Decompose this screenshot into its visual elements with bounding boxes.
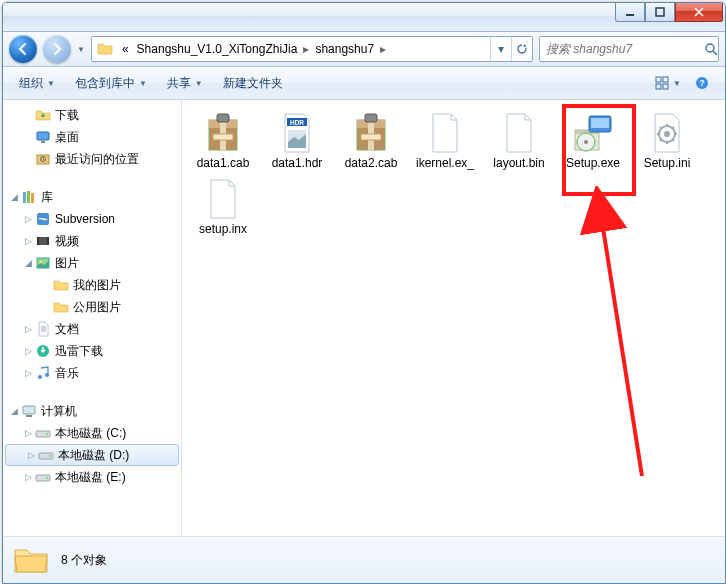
expand-icon[interactable]: ▷ <box>24 450 38 460</box>
chevron-right-icon[interactable]: ▸ <box>301 42 311 56</box>
hdr-file-icon: HDR <box>277 112 317 154</box>
sidebar-item-desktop[interactable]: 桌面 <box>3 126 181 148</box>
svg-point-54 <box>664 131 670 137</box>
refresh-button[interactable] <box>511 37 532 61</box>
sidebar-item-label: 图片 <box>55 255 79 272</box>
view-options-button[interactable]: ▼ <box>653 71 683 95</box>
sidebar-item-label: Subversion <box>55 212 115 226</box>
sidebar-item-libraries[interactable]: ◢ 库 <box>3 186 181 208</box>
sidebar-item-drive-c[interactable]: ▷ 本地磁盘 (C:) <box>3 422 181 444</box>
maximize-button[interactable] <box>645 3 675 22</box>
file-item[interactable]: data2.cab <box>334 112 408 170</box>
expand-icon[interactable]: ▷ <box>21 324 35 334</box>
file-item[interactable]: Setup.ini <box>630 112 704 170</box>
file-item[interactable]: ikernel.ex_ <box>408 112 482 170</box>
file-name: data1.hdr <box>272 156 323 170</box>
sidebar-item-label: 本地磁盘 (E:) <box>55 469 126 486</box>
file-item-setup-exe[interactable]: Setup.exe <box>556 112 630 170</box>
sidebar-item-label: 桌面 <box>55 129 79 146</box>
chevron-right-icon[interactable]: ▸ <box>378 42 388 56</box>
file-name: layout.bin <box>493 156 544 170</box>
sidebar-item-recent[interactable]: 最近访问的位置 <box>3 148 181 170</box>
organize-button[interactable]: 组织▼ <box>11 71 63 96</box>
file-item[interactable]: HDR data1.hdr <box>260 112 334 170</box>
history-dropdown[interactable]: ▼ <box>77 45 85 54</box>
file-item[interactable]: data1.cab <box>186 112 260 170</box>
svg-rect-10 <box>41 141 45 143</box>
navigation-pane[interactable]: 下载 桌面 最近访问的位置 ◢ 库 ▷ Subversion <box>3 100 182 562</box>
nav-row: ▼ « Shangshu_V1.0_XiTongZhiJia ▸ shangsh… <box>3 32 725 67</box>
expand-icon[interactable]: ▷ <box>21 368 35 378</box>
new-folder-button[interactable]: 新建文件夹 <box>215 71 291 96</box>
sidebar-item-pictures[interactable]: ◢ 图片 <box>3 252 181 274</box>
include-in-library-button[interactable]: 包含到库中▼ <box>67 71 155 96</box>
breadcrumb-1[interactable]: Shangshu_V1.0_XiTongZhiJia <box>133 42 302 56</box>
video-icon <box>35 233 51 249</box>
back-button[interactable] <box>9 35 37 63</box>
expand-icon[interactable]: ▷ <box>21 428 35 438</box>
sidebar-item-label: 音乐 <box>55 365 79 382</box>
drive-icon <box>38 447 54 463</box>
sidebar-item-label: 库 <box>41 189 53 206</box>
expand-icon[interactable]: ▷ <box>21 214 35 224</box>
breadcrumb-prefix[interactable]: « <box>118 42 133 56</box>
expand-icon[interactable]: ◢ <box>21 258 35 268</box>
explorer-window: ▼ « Shangshu_V1.0_XiTongZhiJia ▸ shangsh… <box>2 2 726 584</box>
address-bar[interactable]: « Shangshu_V1.0_XiTongZhiJia ▸ shangshu7… <box>91 36 533 62</box>
sidebar-item-downloads[interactable]: 下载 <box>3 104 181 126</box>
sidebar-item-computer[interactable]: ◢ 计算机 <box>3 400 181 422</box>
sidebar-item-drive-d[interactable]: ▷ 本地磁盘 (D:) <box>5 444 179 466</box>
sidebar-item-subversion[interactable]: ▷ Subversion <box>3 208 181 230</box>
generic-file-icon <box>501 112 537 154</box>
close-button[interactable] <box>675 3 723 22</box>
address-dropdown[interactable]: ▾ <box>490 37 511 61</box>
file-item[interactable]: layout.bin <box>482 112 556 170</box>
svg-text:HDR: HDR <box>290 119 304 126</box>
svg-rect-37 <box>213 134 233 140</box>
help-button[interactable]: ? <box>687 71 717 95</box>
minimize-button[interactable] <box>615 3 645 22</box>
svg-rect-14 <box>27 191 30 203</box>
expand-icon[interactable]: ▷ <box>21 346 35 356</box>
file-item[interactable]: setup.inx <box>186 178 260 236</box>
downloads-icon <box>35 107 51 123</box>
sidebar-item-label: 公用图片 <box>73 299 121 316</box>
svg-text:?: ? <box>699 78 705 88</box>
file-name: Setup.ini <box>644 156 691 170</box>
svg-rect-9 <box>37 132 49 140</box>
music-icon <box>35 365 51 381</box>
search-box[interactable] <box>539 36 719 62</box>
sidebar-item-drive-e[interactable]: ▷ 本地磁盘 (E:) <box>3 466 181 488</box>
svg-rect-0 <box>626 14 634 16</box>
svg-rect-13 <box>23 192 26 203</box>
archive-icon <box>203 112 243 154</box>
breadcrumb-2[interactable]: shangshu7 <box>311 42 378 56</box>
file-name: data2.cab <box>345 156 398 170</box>
expand-icon[interactable]: ◢ <box>7 192 21 202</box>
expand-icon[interactable]: ◢ <box>7 406 21 416</box>
svg-rect-19 <box>47 237 49 245</box>
svg-point-32 <box>46 477 48 479</box>
file-name: data1.cab <box>197 156 250 170</box>
sidebar-item-mypictures[interactable]: 我的图片 <box>3 274 181 296</box>
sidebar-item-music[interactable]: ▷ 音乐 <box>3 362 181 384</box>
search-input[interactable] <box>540 42 703 56</box>
svg-rect-4 <box>663 77 668 82</box>
sidebar-item-label: 下载 <box>55 107 79 124</box>
search-icon[interactable] <box>703 42 718 56</box>
svg-rect-44 <box>365 114 377 122</box>
sidebar-item-documents[interactable]: ▷ 文档 <box>3 318 181 340</box>
svg-rect-1 <box>656 8 664 16</box>
sidebar-item-publicpictures[interactable]: 公用图片 <box>3 296 181 318</box>
drive-icon <box>35 469 51 485</box>
sidebar-item-xunlei[interactable]: ▷ 迅雷下载 <box>3 340 181 362</box>
sidebar-item-videos[interactable]: ▷ 视频 <box>3 230 181 252</box>
expand-icon[interactable]: ▷ <box>21 472 35 482</box>
share-button[interactable]: 共享▼ <box>159 71 211 96</box>
status-text: 8 个对象 <box>61 552 107 569</box>
forward-button[interactable] <box>43 35 71 63</box>
file-pane[interactable]: data1.cab HDR data1.hdr data2.cab ikerne… <box>182 100 725 562</box>
sidebar-item-label: 最近访问的位置 <box>55 151 139 168</box>
expand-icon[interactable]: ▷ <box>21 236 35 246</box>
title-bar <box>3 3 725 32</box>
